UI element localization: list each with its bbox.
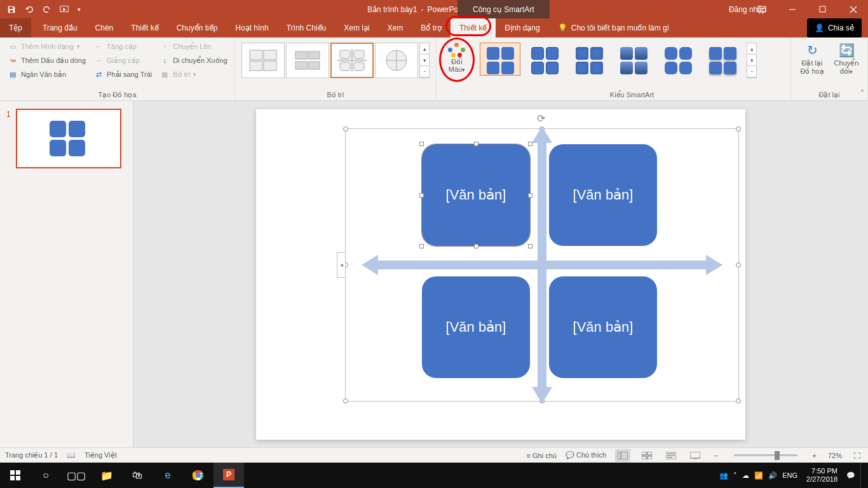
tell-me-search[interactable]: 💡 Cho tôi biết bạn muốn làm gì [549, 18, 678, 37]
notes-button[interactable]: ≡ Ghi chú [527, 452, 557, 459]
resize-handle[interactable] [736, 126, 741, 132]
reset-graphic-button[interactable]: ↻ Đặt lạiĐồ hoạ [796, 40, 828, 76]
shape-handle[interactable] [528, 193, 532, 198]
start-button[interactable] [0, 463, 31, 488]
layout-button[interactable]: ▦Bố trí ▾ [157, 68, 230, 81]
spellcheck-icon[interactable]: 📖 [67, 451, 76, 459]
add-bullet-button[interactable]: ≔Thêm Dấu đầu dòng [5, 54, 88, 67]
tab-animations[interactable]: Hoạt hình [226, 18, 277, 37]
qat-more-button[interactable]: ▾ [75, 2, 83, 17]
tab-file[interactable]: Tệp [0, 18, 31, 37]
shape-handle[interactable] [528, 142, 532, 146]
fit-to-window-button[interactable]: ⛶ [851, 452, 863, 459]
edge-button[interactable]: e [153, 463, 183, 488]
style-option[interactable] [702, 43, 743, 76]
onedrive-icon[interactable]: ☁ [742, 471, 749, 480]
rtl-button[interactable]: ⇄Phải sang Trái [91, 68, 154, 81]
smartart-frame[interactable]: ⟳ ◂ [Văn bản] [345, 128, 739, 402]
style-option[interactable] [613, 43, 654, 76]
tab-view[interactable]: Xem [379, 18, 412, 37]
reading-view-button[interactable] [663, 449, 679, 462]
redo-button[interactable] [39, 2, 55, 17]
maximize-button[interactable] [808, 0, 837, 18]
tab-addins[interactable]: Bổ trợ [412, 18, 451, 37]
move-up-button[interactable]: ↑Chuyển Lên [157, 40, 230, 53]
layout-gallery-more[interactable]: ▴▾⁃ [419, 43, 430, 78]
layout-option[interactable] [375, 43, 418, 78]
smartart-shape[interactable]: [Văn bản] [549, 144, 657, 246]
tab-home[interactable]: Trang đầu [34, 18, 86, 37]
smartart-shape-selected[interactable]: [Văn bản] [422, 144, 530, 246]
file-explorer-button[interactable]: 📁 [92, 463, 122, 488]
cortana-button[interactable]: ○ [31, 463, 61, 488]
zoom-level[interactable]: 72% [828, 452, 842, 459]
normal-view-button[interactable] [615, 449, 630, 462]
resize-handle[interactable] [736, 398, 741, 403]
change-colors-button[interactable]: ĐổiMàu▾ [442, 40, 472, 76]
style-option[interactable] [658, 43, 698, 76]
resize-handle[interactable] [343, 126, 348, 132]
shape-handle[interactable] [528, 244, 532, 248]
slideshow-view-button[interactable] [688, 449, 703, 462]
zoom-in-button[interactable]: + [810, 452, 819, 459]
comments-button[interactable]: 💬 Chú thích [566, 451, 606, 459]
tray-up-icon[interactable]: ˄ [733, 471, 737, 480]
rotate-handle[interactable]: ⟳ [537, 112, 547, 123]
slide-thumbnail[interactable] [16, 109, 121, 168]
zoom-slider[interactable] [734, 454, 797, 456]
language-indicator[interactable]: Tiếng Việt [85, 451, 117, 459]
tab-slideshow[interactable]: Trình Chiếu [278, 18, 336, 37]
close-button[interactable] [839, 0, 868, 18]
tab-smartart-design[interactable]: Thiết kế [451, 18, 496, 37]
tab-insert[interactable]: Chèn [86, 18, 123, 37]
tab-review[interactable]: Xem lại [335, 18, 378, 37]
collapse-ribbon-button[interactable]: ˄ [860, 89, 864, 98]
store-button[interactable]: 🛍 [122, 463, 153, 488]
layout-option[interactable] [286, 43, 329, 78]
slide-indicator[interactable]: Trang chiếu 1 / 1 [5, 451, 58, 459]
resize-handle[interactable] [343, 398, 348, 403]
people-icon[interactable]: 👥 [719, 471, 728, 480]
tab-transitions[interactable]: Chuyển tiếp [168, 18, 227, 37]
style-option-selected[interactable] [480, 43, 520, 76]
shape-handle[interactable] [474, 142, 478, 146]
shape-handle[interactable] [419, 244, 424, 248]
shape-handle[interactable] [474, 244, 478, 248]
wifi-icon[interactable]: 📶 [754, 471, 763, 480]
action-center-icon[interactable]: 💬 [846, 471, 855, 480]
keyboard-lang[interactable]: ENG [782, 471, 797, 479]
signin-link[interactable]: Đăng nhập [729, 0, 766, 18]
promote-button[interactable]: ←Tăng cấp [91, 40, 154, 53]
zoom-thumb[interactable] [775, 451, 780, 460]
share-button[interactable]: 👤 Chia sẻ [807, 18, 862, 37]
style-option[interactable] [524, 43, 565, 76]
undo-button[interactable] [22, 2, 37, 17]
layout-option[interactable] [241, 43, 285, 78]
volume-icon[interactable]: 🔊 [768, 471, 777, 480]
task-view-button[interactable]: ▢▢ [61, 463, 92, 488]
clock[interactable]: 7:50 PM 2/27/2018 [803, 467, 841, 484]
powerpoint-button[interactable]: P [214, 463, 244, 488]
sorter-view-button[interactable] [639, 449, 654, 462]
tab-smartart-format[interactable]: Định dạng [496, 18, 548, 37]
minimize-button[interactable] [778, 0, 807, 18]
start-from-beginning-button[interactable] [57, 2, 72, 17]
slide-canvas[interactable]: ⟳ ◂ [Văn bản] [256, 109, 745, 440]
smartart-shape[interactable]: [Văn bản] [422, 276, 530, 378]
shape-handle[interactable] [419, 193, 424, 198]
smartart-shape[interactable]: [Văn bản] [549, 276, 657, 378]
shape-handle[interactable] [419, 142, 424, 146]
zoom-out-button[interactable]: − [712, 452, 721, 459]
style-option[interactable] [569, 43, 609, 76]
demote-button[interactable]: →Giảng cấp [91, 54, 154, 67]
move-down-button[interactable]: ↓Di chuyển Xuống [157, 54, 230, 67]
text-pane-button[interactable]: ▤Ngăn Văn bản [5, 68, 88, 81]
add-shape-button[interactable]: ▭Thêm Hình dạng ▾ [5, 40, 88, 53]
resize-handle[interactable] [736, 262, 741, 268]
show-desktop-button[interactable] [860, 463, 864, 488]
save-button[interactable] [4, 2, 19, 17]
tab-design[interactable]: Thiết kế [122, 18, 167, 37]
chrome-button[interactable] [183, 463, 214, 488]
convert-button[interactable]: 🔄 Chuyểnđổi▾ [831, 40, 862, 76]
style-gallery-more[interactable]: ▴▾⁃ [747, 43, 757, 78]
